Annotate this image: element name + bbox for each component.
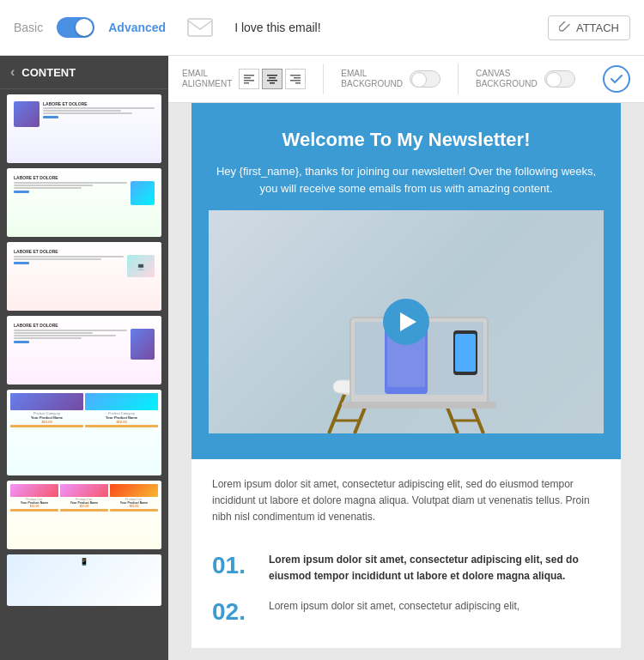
svg-rect-0 [188,19,212,36]
item-1-text-bold: Lorem ipsum dolor sit amet, consectetur … [269,554,579,582]
advanced-label: Advanced [108,21,166,34]
svg-rect-3 [244,80,254,82]
svg-rect-6 [269,77,276,79]
attach-button[interactable]: ATTACH [548,15,630,40]
item-1-text: Lorem ipsum dolor sit amet, consectetur … [269,552,600,584]
video-thumbnail[interactable] [209,210,604,433]
mode-toggle[interactable] [57,17,94,38]
align-center-button[interactable] [262,69,283,89]
email-background-toggle[interactable] [410,70,440,88]
align-left-icon [244,74,254,84]
alignment-label: EMAILALIGNMENT [182,69,232,89]
sidebar-item[interactable]: Product Cat. Your Product Name $10.00 Pr… [7,481,161,549]
align-left-button[interactable] [239,69,259,89]
align-center-icon [267,74,277,84]
done-button[interactable] [603,65,630,93]
numbered-item-1: 01. Lorem ipsum dolor sit amet, consecte… [212,552,600,584]
svg-rect-1 [244,75,254,76]
laptop-image [260,262,552,433]
content-area: EMAILALIGNMENT [168,56,644,660]
canvas-background-label: CANVASBACKGROUND [476,69,538,89]
email-background-group: EMAILBACKGROUND [341,69,440,89]
email-icon [186,14,214,41]
sidebar: ‹ CONTENT LABORE ET DOLORE [0,56,168,660]
canvas-background-toggle[interactable] [544,70,575,88]
main-layout: ‹ CONTENT LABORE ET DOLORE [0,56,644,660]
basic-label: Basic [14,21,43,34]
email-text-section: Lorem ipsum dolor sit amet, consectetur … [191,459,621,543]
toolbar-separator-2 [458,64,459,94]
canvas-background-group: CANVASBACKGROUND [476,69,575,89]
email-body-text: Lorem ipsum dolor sit amet, consectetur … [212,476,600,526]
toolbar: EMAILALIGNMENT [168,56,644,103]
svg-rect-7 [267,80,277,82]
subject-input[interactable] [228,17,534,38]
svg-rect-9 [290,75,301,76]
svg-rect-8 [270,82,275,84]
svg-rect-5 [267,75,277,76]
svg-line-13 [329,391,346,433]
sidebar-items: LABORE ET DOLORE [0,89,168,660]
sidebar-chevron-icon[interactable]: ‹ [10,64,15,80]
align-right-button[interactable] [285,69,306,89]
svg-rect-27 [455,334,476,372]
svg-rect-11 [290,80,301,82]
play-button[interactable] [383,299,429,345]
sidebar-item[interactable]: LABORE ET DOLORE 💻 [7,242,161,311]
email-preview: Welcome To My Newsletter! Hey {first_nam… [168,103,644,660]
svg-rect-10 [294,77,301,79]
attach-label: ATTACH [576,21,619,34]
item-2-text: Lorem ipsum dolor sit amet, consectetur … [269,598,519,615]
email-background-label: EMAILBACKGROUND [341,69,403,89]
item-2-number: 02. [212,598,255,626]
checkmark-icon [610,72,623,86]
sidebar-header: ‹ CONTENT [0,56,168,89]
top-bar: Basic Advanced ATTACH [0,0,644,56]
sidebar-item[interactable]: LABORE ET DOLORE [7,168,161,237]
sidebar-item[interactable]: Product Category Your Product Name $10.0… [7,390,161,475]
svg-rect-12 [295,82,301,84]
svg-rect-4 [244,82,249,84]
svg-rect-2 [244,77,251,79]
email-body: Welcome To My Newsletter! Hey {first_nam… [191,103,621,648]
numbered-item-2: 02. Lorem ipsum dolor sit amet, consecte… [212,598,600,626]
numbered-section: 01. Lorem ipsum dolor sit amet, consecte… [191,543,621,648]
toolbar-separator-1 [323,64,324,94]
play-icon [400,312,416,331]
sidebar-item[interactable]: LABORE ET DOLORE [7,94,161,163]
email-hero: Welcome To My Newsletter! Hey {first_nam… [191,103,621,459]
email-alignment-group: EMAILALIGNMENT [182,69,306,89]
email-hero-body: Hey {first_name}, thanks for joining our… [209,163,604,197]
sidebar-item[interactable]: LABORE ET DOLORE [7,316,161,384]
sidebar-title: CONTENT [21,66,76,79]
email-hero-title: Welcome To My Newsletter! [209,129,604,151]
attach-icon [559,21,571,33]
alignment-buttons [239,69,306,89]
align-right-icon [290,74,301,84]
svg-rect-25 [342,402,496,409]
item-1-number: 01. [212,552,255,579]
sidebar-item[interactable]: 📱 [7,554,161,606]
